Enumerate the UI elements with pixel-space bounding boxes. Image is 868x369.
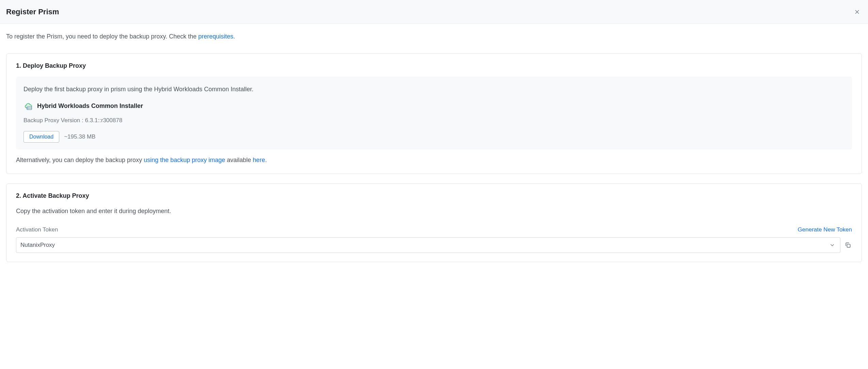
- token-row: NutanixProxy: [16, 237, 852, 253]
- token-expand-button[interactable]: [828, 242, 836, 248]
- installer-icon: [24, 102, 33, 110]
- svg-rect-6: [847, 244, 850, 247]
- version-text: Backup Proxy Version : 6.3.1::r300878: [24, 116, 844, 125]
- copy-token-button[interactable]: [844, 241, 852, 249]
- download-size: ~195.38 MB: [64, 132, 95, 141]
- step-2-desc: Copy the activation token and enter it d…: [16, 207, 852, 216]
- intro-text: To register the Prism, you need to deplo…: [6, 32, 862, 41]
- proxy-image-link[interactable]: using the backup proxy image: [144, 157, 225, 163]
- step-1-panel: 1. Deploy Backup Proxy Deploy the first …: [6, 53, 862, 174]
- token-field[interactable]: NutanixProxy: [16, 237, 840, 253]
- dialog-header: Register Prism: [0, 0, 868, 24]
- step-2-panel: 2. Activate Backup Proxy Copy the activa…: [6, 183, 862, 262]
- close-icon: [854, 9, 861, 15]
- page-title: Register Prism: [6, 6, 59, 17]
- step-2-title: 2. Activate Backup Proxy: [16, 191, 852, 200]
- close-button[interactable]: [852, 7, 862, 17]
- download-button[interactable]: Download: [24, 131, 59, 143]
- svg-point-4: [28, 107, 28, 108]
- intro-prefix: To register the Prism, you need to deplo…: [6, 33, 198, 40]
- installer-desc: Deploy the first backup proxy in prism u…: [24, 85, 844, 94]
- copy-icon: [844, 242, 851, 248]
- svg-point-5: [28, 109, 28, 109]
- token-label: Activation Token: [16, 225, 58, 234]
- alt-prefix: Alternatively, you can deploy the backup…: [16, 157, 144, 163]
- token-header: Activation Token Generate New Token: [16, 225, 852, 234]
- prerequisites-link[interactable]: prerequisites.: [198, 33, 235, 40]
- here-link[interactable]: here.: [253, 157, 267, 163]
- installer-name: Hybrid Workloads Common Installer: [37, 101, 143, 111]
- chevron-down-icon: [829, 242, 835, 248]
- installer-box: Deploy the first backup proxy in prism u…: [16, 77, 852, 149]
- alternative-text: Alternatively, you can deploy the backup…: [16, 156, 852, 165]
- dialog-body: To register the Prism, you need to deplo…: [0, 24, 868, 278]
- step-1-title: 1. Deploy Backup Proxy: [16, 61, 852, 70]
- token-value: NutanixProxy: [20, 241, 828, 250]
- generate-token-link[interactable]: Generate New Token: [798, 225, 852, 234]
- download-row: Download ~195.38 MB: [24, 131, 844, 143]
- installer-row: Hybrid Workloads Common Installer: [24, 101, 844, 111]
- alt-mid: available: [225, 157, 253, 163]
